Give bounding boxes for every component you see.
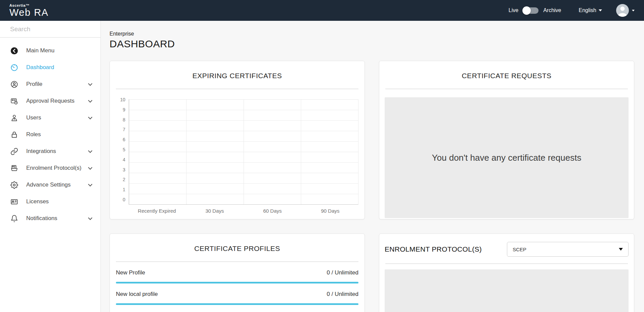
sidebar-item-label: Licenses	[26, 198, 92, 205]
sidebar-item-main-menu[interactable]: Main Menu	[0, 42, 100, 59]
card-separator	[385, 263, 628, 264]
breadcrumb: Enterprise	[110, 31, 634, 37]
expiring-certificates-card: EXPIRING CERTIFICATES 109876543210 Recen…	[110, 61, 365, 219]
sidebar-item-licenses[interactable]: Licenses	[0, 193, 100, 210]
progress-bar	[116, 303, 358, 305]
profile-usage: 0 / Unlimited	[327, 269, 358, 276]
certificate-profiles-card: CERTIFICATE PROFILES New Profile 0 / Unl…	[110, 233, 365, 312]
enrolment-protocols-empty-panel	[385, 269, 629, 312]
live-label[interactable]: Live	[509, 7, 518, 13]
sidebar-item-roles[interactable]: Roles	[0, 126, 100, 143]
sidebar-item-advance-settings[interactable]: Advance Settings	[0, 176, 100, 193]
sidebar-item-label: Advance Settings	[26, 181, 89, 188]
list-item[interactable]: New local profile 0 / Unlimited	[116, 291, 358, 305]
language-label: English	[579, 7, 596, 13]
sidebar-nav: Main Menu Dashboard Profile	[0, 38, 100, 227]
topbar-actions: Live Archive English	[509, 4, 635, 17]
chevron-down-icon	[88, 216, 92, 220]
search-input[interactable]	[10, 25, 92, 33]
user-menu[interactable]	[616, 4, 635, 17]
archive-label[interactable]: Archive	[543, 7, 561, 13]
sidebar-item-enrolment-protocols[interactable]: Enrolment Protocol(s)	[0, 160, 100, 176]
id-card-icon	[10, 198, 18, 206]
card-separator	[385, 89, 628, 89]
main-content: Enterprise DASHBOARD EXPIRING CERTIFICAT…	[101, 21, 644, 312]
sidebar-item-label: Integrations	[26, 148, 89, 155]
approval-requests-icon	[10, 97, 18, 105]
list-item[interactable]: New Profile 0 / Unlimited	[116, 269, 358, 283]
users-icon	[10, 114, 18, 122]
chevron-down-icon	[88, 98, 92, 103]
sidebar-item-label: Notifications	[26, 215, 89, 222]
certificate-requests-card: CERTIFICATE REQUESTS You don't have any …	[379, 61, 634, 219]
sidebar-item-integrations[interactable]: Integrations	[0, 143, 100, 160]
app-logo[interactable]: Ascertia™ Web RA	[9, 3, 48, 17]
dashboard-icon	[10, 63, 18, 71]
enrolment-protocols-card: ENROLMENT PROTOCOL(S) SCEP	[379, 233, 634, 312]
protocol-select[interactable]: SCEP	[507, 242, 629, 257]
sidebar-item-label: Enrolment Protocol(s)	[26, 165, 89, 171]
sidebar-item-label: Dashboard	[26, 64, 92, 71]
person-icon	[616, 4, 629, 17]
enrolment-protocol-icon	[10, 164, 18, 172]
chart-plot-area	[129, 99, 358, 205]
sidebar-item-users[interactable]: Users	[0, 109, 100, 126]
card-title: CERTIFICATE REQUESTS	[385, 72, 629, 80]
sidebar-search	[0, 21, 100, 38]
chart-x-labels: Recently Expired30 Days60 Days90 Days	[128, 208, 359, 214]
protocol-selected-value: SCEP	[513, 247, 526, 252]
chevron-down-icon	[88, 182, 92, 187]
certificate-profiles-list: New Profile 0 / Unlimited New local prof…	[115, 269, 359, 312]
sidebar-item-notifications[interactable]: Notifications	[0, 210, 100, 227]
sidebar-item-dashboard[interactable]: Dashboard	[0, 59, 100, 76]
lock-icon	[10, 131, 18, 139]
profile-icon	[10, 80, 18, 88]
language-dropdown[interactable]: English	[579, 7, 602, 13]
toggle-knob[interactable]	[522, 6, 531, 15]
sidebar-item-label: Users	[26, 114, 89, 121]
card-separator	[116, 89, 358, 89]
profile-usage: 0 / Unlimited	[327, 291, 358, 298]
sidebar-item-label: Main Menu	[26, 47, 92, 54]
progress-bar	[116, 282, 358, 283]
profile-name: New local profile	[116, 291, 158, 298]
sidebar-item-label: Approval Requests	[26, 98, 89, 104]
gear-icon	[10, 181, 18, 189]
profile-name: New Profile	[116, 269, 145, 276]
page-title: DASHBOARD	[110, 38, 634, 50]
sidebar-item-label: Profile	[26, 81, 89, 88]
sidebar-item-label: Roles	[26, 131, 92, 138]
brand-product: Web RA	[9, 7, 48, 17]
empty-state-message: You don't have any certificate requests	[432, 153, 582, 163]
sidebar-item-profile[interactable]: Profile	[0, 76, 100, 93]
chevron-down-icon	[88, 149, 92, 153]
sidebar-item-approval-requests[interactable]: Approval Requests	[0, 93, 100, 109]
dashboard-grid: EXPIRING CERTIFICATES 109876543210 Recen…	[110, 61, 634, 312]
chevron-down-icon	[599, 9, 602, 11]
expiring-certificates-chart: 109876543210	[115, 99, 359, 205]
card-title: ENROLMENT PROTOCOL(S)	[385, 245, 482, 253]
card-separator	[116, 261, 358, 262]
chevron-down-icon	[632, 10, 635, 11]
chevron-down-icon	[88, 165, 92, 170]
link-icon	[10, 147, 18, 155]
chart-y-axis: 109876543210	[116, 97, 129, 202]
card-title: CERTIFICATE PROFILES	[115, 245, 359, 253]
chevron-down-icon	[619, 248, 623, 251]
avatar[interactable]	[616, 4, 629, 17]
certificate-requests-empty-panel: You don't have any certificate requests	[385, 97, 629, 218]
sidebar: Main Menu Dashboard Profile	[0, 21, 101, 312]
chevron-down-icon	[88, 115, 92, 119]
top-bar: Ascertia™ Web RA Live Archive English	[0, 0, 644, 21]
live-archive-toggle[interactable]	[523, 7, 539, 14]
back-circle-icon	[10, 47, 18, 55]
chevron-down-icon	[88, 82, 92, 86]
bell-icon	[10, 214, 18, 222]
card-title: EXPIRING CERTIFICATES	[115, 72, 359, 80]
